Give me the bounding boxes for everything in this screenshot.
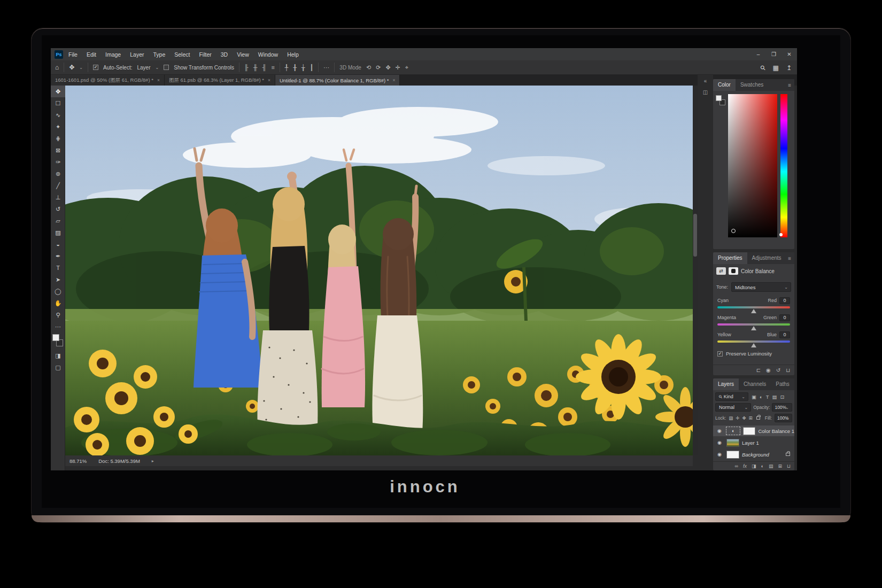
lock-pixels-icon[interactable]: ✛ — [736, 415, 739, 421]
collapsed-panel-icon[interactable]: ◫ — [703, 89, 708, 95]
chevron-down-icon[interactable]: ⌄ — [156, 65, 159, 70]
new-adjustment-icon[interactable]: ◐ — [761, 463, 763, 469]
value-blue[interactable]: 0 — [779, 331, 790, 338]
layer-row-layer1[interactable]: ◉ Layer 1 — [713, 437, 794, 448]
delete-adjustment-icon[interactable]: ⊔ — [786, 367, 790, 373]
menu-layer[interactable]: Layer — [130, 51, 144, 58]
tone-select[interactable]: Midtones ⌄ — [731, 282, 791, 292]
type-tool[interactable]: T — [51, 262, 65, 274]
add-mask-icon[interactable]: ◨ — [752, 463, 756, 469]
cyan-red-slider-thumb[interactable] — [751, 309, 756, 313]
adjustment-layer-icon[interactable]: ◐ — [726, 427, 740, 435]
hue-marker[interactable] — [779, 233, 783, 236]
menu-select[interactable]: Select — [174, 51, 190, 58]
reset-icon[interactable]: ↺ — [776, 367, 780, 373]
more-tools-icon[interactable]: ⋯ — [51, 321, 65, 332]
value-green[interactable]: 0 — [779, 314, 790, 321]
eye-icon[interactable]: ◉ — [715, 440, 724, 445]
brush-tool[interactable]: ╱ — [51, 180, 65, 191]
layer-thumbnail[interactable] — [726, 439, 739, 447]
canvas-scrollbar[interactable] — [693, 86, 698, 455]
tab-swatches[interactable]: Swatches — [736, 79, 768, 91]
menu-window[interactable]: Window — [258, 51, 278, 58]
document-tab-2[interactable]: 图层 61.psb @ 68.3% (Layer 1, RGB/8#) * × — [165, 75, 275, 86]
close-tab-icon[interactable]: × — [392, 78, 395, 83]
tab-channels[interactable]: Channels — [739, 378, 771, 390]
marquee-tool[interactable]: ☐ — [51, 97, 65, 109]
eraser-tool[interactable]: ▱ — [51, 215, 65, 227]
menu-edit[interactable]: Edit — [87, 51, 96, 58]
crop-tool[interactable]: ⋕ — [51, 133, 65, 144]
delete-layer-icon[interactable]: ⊔ — [787, 463, 791, 469]
frame-tool[interactable]: ⊠ — [51, 144, 65, 156]
magenta-green-slider[interactable] — [717, 323, 790, 326]
lock-transparency-icon[interactable]: ▨ — [729, 415, 733, 421]
hue-bar[interactable] — [780, 94, 787, 237]
share-icon[interactable]: ↥ — [786, 65, 792, 71]
panel-menu-icon[interactable]: ≡ — [788, 82, 791, 88]
filter-shape-icon[interactable]: ▤ — [772, 394, 777, 400]
link-layers-icon[interactable]: ∞ — [735, 463, 738, 469]
home-icon[interactable]: ⌂ — [55, 64, 59, 71]
hand-tool[interactable]: ✋ — [51, 297, 65, 309]
collapse-panels-icon[interactable]: « — [704, 78, 707, 84]
foreground-mini-swatch[interactable] — [716, 95, 722, 101]
layer-mask-thumbnail[interactable] — [743, 427, 755, 435]
menu-help[interactable]: Help — [287, 51, 299, 58]
healing-tool[interactable]: ⊛ — [51, 168, 65, 180]
lock-all-icon[interactable] — [756, 416, 760, 420]
restore-button[interactable]: ❐ — [766, 48, 782, 60]
color-picker-marker[interactable] — [731, 229, 736, 233]
value-red[interactable]: 0 — [779, 297, 790, 304]
status-popup-icon[interactable]: ▸ — [152, 459, 154, 463]
new-layer-icon[interactable]: ⊞ — [778, 463, 782, 469]
scrollbar-thumb[interactable] — [693, 214, 697, 257]
layer-thumbnail[interactable] — [726, 451, 739, 459]
auto-select-target-dropdown[interactable]: Layer — [137, 65, 151, 71]
color-swatch-pair[interactable] — [716, 95, 728, 108]
menu-type[interactable]: Type — [153, 51, 165, 58]
cyan-red-slider[interactable] — [717, 306, 790, 308]
move-tool-icon[interactable]: ✥ — [69, 64, 74, 71]
gradient-tool[interactable]: ▨ — [51, 227, 65, 238]
menu-filter[interactable]: Filter — [199, 51, 211, 58]
3d-scale-icon[interactable]: ⌖ — [405, 65, 408, 71]
3d-slide-icon[interactable]: ✛ — [396, 65, 400, 71]
menu-3d[interactable]: 3D — [221, 51, 228, 58]
filter-kind-select[interactable]: ⚲ Kind ⌄ — [715, 392, 748, 401]
foreground-color-swatch[interactable] — [52, 334, 59, 341]
minimize-button[interactable]: – — [751, 48, 766, 60]
color-swatches-widget[interactable] — [51, 332, 65, 350]
clip-to-layer-icon[interactable]: ⊏ — [756, 367, 761, 373]
align-center-icon[interactable]: ╫ — [253, 65, 258, 71]
align-right-icon[interactable]: ╢ — [262, 65, 267, 71]
screen-mode-icon[interactable]: ▢ — [51, 361, 65, 373]
distribute-bottom-icon[interactable]: ╁ — [301, 65, 305, 71]
path-select-tool[interactable]: ➤ — [51, 274, 65, 285]
distribute-top-icon[interactable]: ╀ — [285, 65, 289, 71]
lock-position-icon[interactable]: ✥ — [742, 415, 746, 421]
chevron-down-icon[interactable]: ⌄ — [79, 65, 83, 70]
zoom-level[interactable]: 88.71% — [69, 458, 87, 464]
tab-layers[interactable]: Layers — [713, 378, 739, 390]
menu-image[interactable]: Image — [105, 51, 121, 58]
layer-name[interactable]: Color Balance 1 — [758, 428, 794, 434]
lasso-tool[interactable]: ∿ — [51, 109, 65, 121]
filter-type-icon[interactable]: T — [766, 394, 769, 400]
close-button[interactable]: ✕ — [782, 48, 797, 60]
quick-mask-icon[interactable]: ◨ — [51, 350, 65, 361]
3d-roll-icon[interactable]: ⟳ — [376, 65, 381, 71]
fill-select[interactable]: 100% ⌄ — [775, 414, 792, 422]
tab-color[interactable]: Color — [713, 79, 736, 91]
more-options-icon[interactable]: ⋯ — [323, 65, 329, 71]
magenta-green-slider-thumb[interactable] — [751, 326, 756, 330]
3d-orbit-icon[interactable]: ⟲ — [366, 65, 371, 71]
distribute-vertical-icon[interactable]: ┃ — [310, 65, 314, 71]
align-edges-icon[interactable]: ≡ — [271, 65, 274, 71]
canvas-area[interactable] — [65, 86, 693, 455]
tab-paths[interactable]: Paths — [771, 378, 794, 390]
filter-pixel-icon[interactable]: ▣ — [752, 394, 756, 400]
eye-icon[interactable]: ◉ — [715, 428, 723, 434]
opacity-select[interactable]: 100% ⌄ — [772, 403, 792, 412]
shape-tool[interactable]: ◯ — [51, 285, 65, 297]
